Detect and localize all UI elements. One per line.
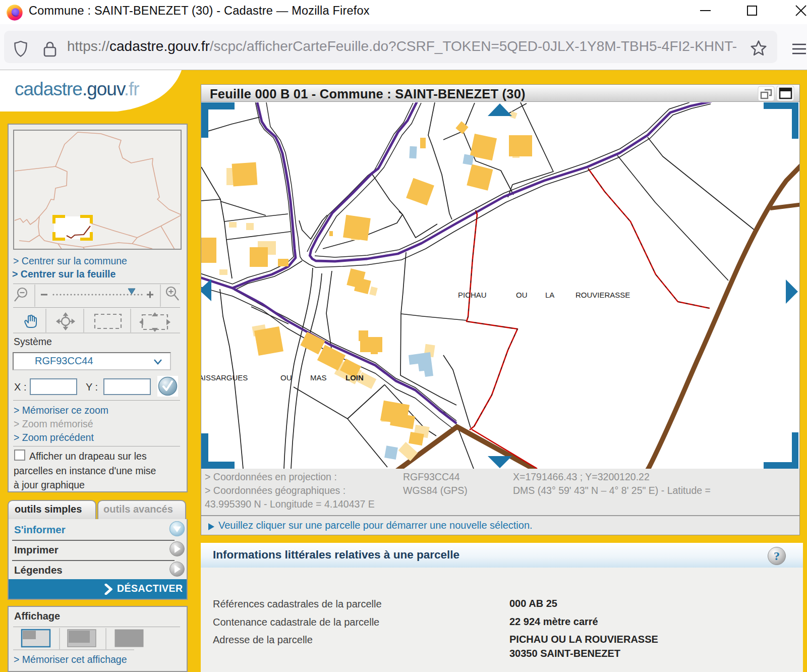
svg-text:OU: OU bbox=[280, 373, 292, 382]
svg-text:OU: OU bbox=[516, 291, 528, 299]
svg-text:LOIN: LOIN bbox=[345, 373, 364, 382]
svg-text:?: ? bbox=[774, 549, 780, 563]
svg-text:PICHAU: PICHAU bbox=[458, 291, 487, 299]
svg-text:LA: LA bbox=[545, 291, 554, 299]
svg-text:CAISSARGUES: CAISSARGUES bbox=[201, 373, 248, 382]
svg-text:MAS: MAS bbox=[310, 373, 327, 382]
svg-text:ROUVIERASSE: ROUVIERASSE bbox=[575, 291, 630, 299]
